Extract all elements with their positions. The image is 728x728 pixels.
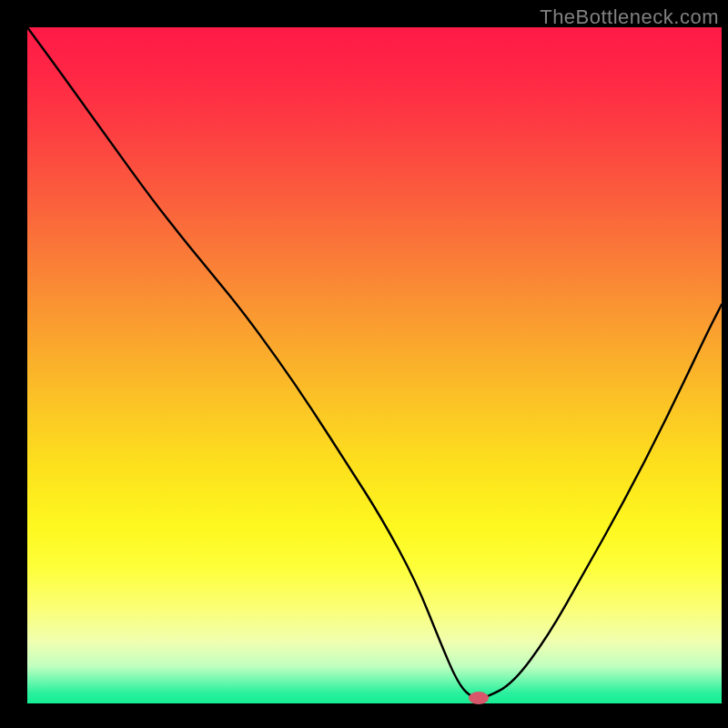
plot-background — [27, 27, 722, 703]
optimal-marker — [469, 692, 489, 704]
watermark-text: TheBottleneck.com — [540, 5, 719, 29]
bottleneck-plot — [0, 0, 728, 728]
chart-stage: TheBottleneck.com — [0, 0, 728, 728]
